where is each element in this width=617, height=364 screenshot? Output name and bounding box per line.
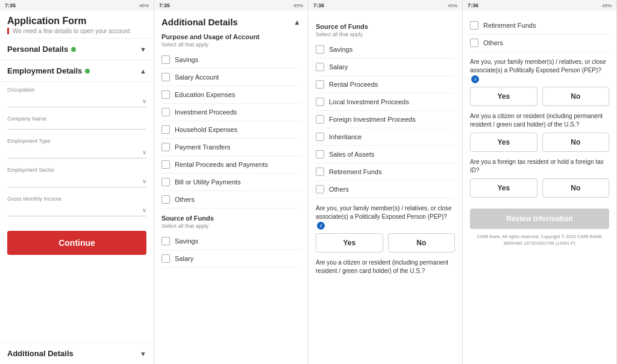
employment-details-check (85, 69, 90, 74)
employment-sector-label: Employment Sector (7, 167, 146, 173)
citizen-yes-btn[interactable]: Yes (470, 133, 537, 152)
purpose-checkbox-item[interactable]: Bill or Utility Payments (161, 174, 301, 191)
citizen-yes-no-4: Yes No (470, 133, 609, 152)
checkbox-box[interactable] (161, 160, 170, 169)
employment-form: Occupation ∨ Company Name Employment Typ… (0, 82, 154, 342)
screen2-collapse[interactable]: ▲ (293, 18, 301, 27)
source-checkbox-item[interactable]: Rental Proceeds (316, 76, 455, 93)
purpose-checkbox-item[interactable]: Savings (161, 51, 301, 69)
personal-details-check (71, 47, 76, 52)
company-input[interactable] (7, 124, 146, 130)
checkbox-box[interactable] (161, 195, 170, 204)
pep-yes-btn-3[interactable]: Yes (316, 233, 383, 253)
continue-button[interactable]: Continue (7, 231, 146, 255)
source-subtitle-2: Select all that apply (161, 223, 301, 229)
checkbox-box[interactable] (161, 73, 170, 81)
personal-details-header[interactable]: Personal Details ▼ (0, 39, 154, 60)
pep-question-3: Are you, your family member(s) / relativ… (316, 204, 455, 230)
foreign-question-4: Are you a foreign tax resident or hold a… (470, 158, 609, 175)
checkbox-label: Bill or Utility Payments (175, 178, 240, 186)
checkbox-label: Investment Proceeds (175, 108, 237, 116)
employment-type-input[interactable]: ∨ (7, 146, 146, 158)
employment-details-title: Employment Details (7, 66, 90, 75)
battery-1: 46% (139, 3, 149, 8)
source-checkbox-item[interactable]: Salary (316, 58, 455, 76)
source-checkbox-item[interactable]: Retirement Funds (316, 163, 455, 181)
checkbox-box[interactable] (316, 168, 324, 176)
checkbox-box[interactable] (316, 133, 324, 141)
purpose-checkbox-item[interactable]: Rental Proceeds and Payments (161, 156, 301, 174)
screen-1: 7:35 46% Application Form We need a few … (0, 0, 154, 364)
screen-2: 7:35 45% Additional Details ▲ Purpose an… (154, 0, 308, 364)
occupation-input[interactable]: ∨ (7, 95, 146, 107)
personal-details-title: Personal Details (7, 45, 76, 54)
employment-type-label: Employment Type (7, 138, 146, 144)
checkbox-box[interactable] (316, 115, 324, 124)
employment-details-header[interactable]: Employment Details ▲ (0, 60, 154, 82)
checkbox-box[interactable] (161, 108, 170, 116)
top-checkbox-item[interactable]: Retirement Funds (470, 17, 609, 34)
checkbox-box[interactable] (161, 55, 170, 64)
employment-details-chevron: ▲ (140, 67, 146, 75)
checkbox-label: Foreign Investment Proceeds (329, 116, 416, 123)
occupation-chevron: ∨ (142, 98, 146, 104)
checkbox-box[interactable] (161, 254, 170, 263)
purpose-checkbox-item[interactable]: Others (161, 191, 301, 209)
foreign-no-btn[interactable]: No (542, 178, 610, 198)
source-checkbox-item[interactable]: Local Investment Proceeds (316, 93, 455, 111)
source-checkbox-item[interactable]: Others (316, 181, 455, 198)
review-button[interactable]: Review Information (470, 209, 609, 229)
purpose-checkbox-item[interactable]: Education Expenses (161, 86, 301, 104)
source-checkbox-item[interactable]: Foreign Investment Proceeds (316, 111, 455, 128)
checkbox-box[interactable] (316, 150, 324, 158)
checkbox-box[interactable] (316, 80, 324, 89)
citizen-question-3: Are you a citizen or resident (including… (316, 259, 455, 275)
time-3: 7:36 (313, 2, 324, 8)
checkbox-box[interactable] (161, 178, 170, 186)
checkbox-box[interactable] (470, 39, 478, 47)
purpose-checkbox-item[interactable]: Salary Account (161, 69, 301, 86)
source-checkbox-item[interactable]: Sales of Assets (316, 146, 455, 163)
employment-sector-input[interactable]: ∨ (7, 175, 146, 187)
checkbox-box[interactable] (161, 237, 170, 245)
checkbox-box[interactable] (316, 98, 324, 106)
checkbox-box[interactable] (161, 90, 170, 99)
gross-income-input[interactable]: ∨ (7, 204, 146, 216)
pep-info-icon-4[interactable]: i (471, 75, 479, 83)
pep-info-icon-3[interactable]: i (317, 222, 325, 230)
source-subtitle-3: Select all that apply (316, 31, 455, 37)
checkbox-box[interactable] (316, 185, 324, 193)
checkbox-label: Others (329, 186, 349, 193)
source-checkbox-item[interactable]: Salary (161, 250, 301, 268)
checkbox-box[interactable] (161, 125, 170, 134)
pep-yes-no-3: Yes No (316, 233, 455, 253)
pep-no-btn-3[interactable]: No (388, 233, 456, 253)
purpose-checkbox-item[interactable]: Investment Proceeds (161, 104, 301, 121)
checkbox-label: Savings (329, 46, 352, 53)
status-bar-3: 7:36 45% (308, 0, 462, 11)
checkbox-label: Household Expenses (175, 126, 237, 133)
top-checkbox-item[interactable]: Others (470, 34, 609, 52)
source-checkbox-item[interactable]: Savings (161, 233, 301, 250)
source-checkbox-item[interactable]: Savings (316, 41, 455, 58)
purpose-items: SavingsSalary AccountEducation ExpensesI… (161, 51, 301, 209)
time-2: 7:35 (159, 2, 170, 8)
pep-yes-btn-4[interactable]: Yes (470, 87, 537, 106)
pep-no-btn-4[interactable]: No (542, 87, 610, 106)
source-title-2: Source of Funds (161, 215, 301, 222)
purpose-checkbox-item[interactable]: Household Expenses (161, 121, 301, 139)
checkbox-box[interactable] (470, 21, 478, 30)
additional-details-header[interactable]: Additional Details ▼ (0, 342, 154, 364)
source-checkbox-item[interactable]: Inheritance (316, 128, 455, 146)
checkbox-label: Salary Account (175, 74, 219, 81)
checkbox-box[interactable] (316, 45, 324, 54)
purpose-checkbox-item[interactable]: Payment Transfers (161, 139, 301, 156)
additional-details-title: Additional Details (7, 349, 74, 358)
checkbox-box[interactable] (316, 63, 324, 71)
checkbox-box[interactable] (161, 143, 170, 151)
pep-yes-no-4: Yes No (470, 87, 609, 106)
foreign-yes-btn[interactable]: Yes (470, 178, 537, 198)
occupation-field: Occupation ∨ (7, 87, 146, 107)
citizen-no-btn[interactable]: No (542, 133, 610, 152)
app-subtitle: We need a few details to open your accou… (7, 28, 146, 34)
